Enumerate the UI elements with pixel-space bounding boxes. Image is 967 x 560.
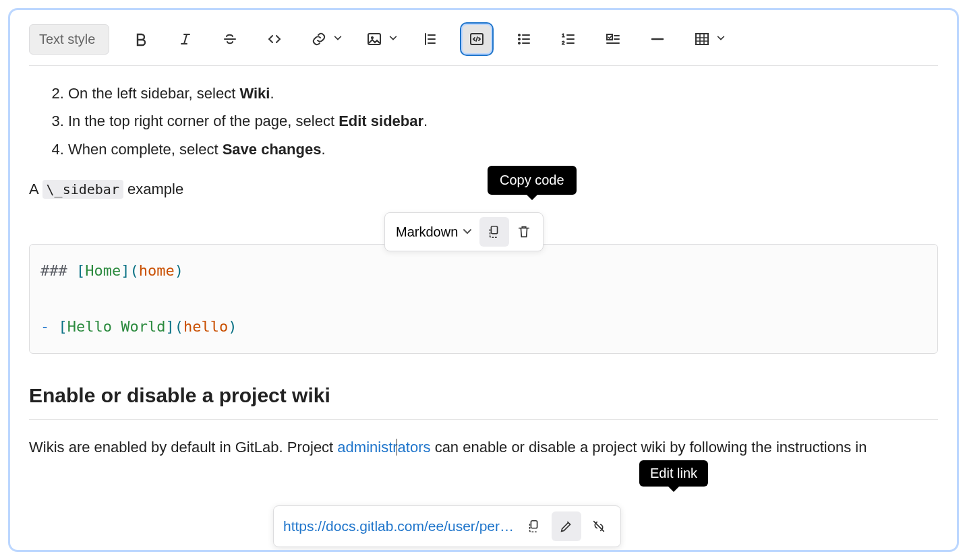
table-icon [689, 26, 715, 52]
chevron-down-icon [388, 33, 398, 45]
language-select[interactable]: Markdown [389, 219, 479, 245]
delete-codeblock-button[interactable] [509, 217, 539, 247]
svg-point-4 [519, 38, 521, 40]
numbered-list-button[interactable]: 12 [556, 26, 581, 52]
horizontal-rule-button[interactable] [645, 26, 670, 52]
copy-code-button[interactable] [479, 217, 509, 247]
svg-text:2: 2 [562, 40, 565, 46]
copy-link-button[interactable] [519, 511, 549, 541]
list-item: On the left sidebar, select Wiki. [68, 80, 938, 107]
codeblock-button[interactable] [461, 24, 492, 55]
bullet-list-button[interactable] [511, 26, 537, 52]
italic-button[interactable] [173, 26, 198, 52]
edit-link-tooltip: Edit link [639, 460, 708, 487]
toolbar: Text style 12 [29, 24, 938, 66]
svg-point-1 [372, 36, 374, 38]
text-style-label: Text style [39, 32, 95, 47]
chevron-down-icon [716, 33, 726, 45]
strikethrough-button[interactable] [217, 26, 243, 52]
administrators-link[interactable]: administrators [337, 439, 430, 456]
svg-rect-9 [696, 34, 708, 44]
svg-text:1: 1 [562, 32, 565, 38]
codeblock-inline-button[interactable] [262, 26, 287, 52]
blockquote-button[interactable] [417, 26, 442, 52]
codeblock[interactable]: ### [Home](home) - [Hello World](hello) [29, 244, 938, 354]
svg-rect-11 [531, 521, 537, 528]
link-toolbar: https://docs.gitlab.com/ee/user/per… [273, 505, 621, 547]
copy-code-tooltip: Copy code [488, 166, 577, 195]
link-url-display[interactable]: https://docs.gitlab.com/ee/user/per… [281, 514, 517, 538]
link-dropdown[interactable] [306, 26, 343, 52]
heading-2: Enable or disable a project wiki [29, 378, 938, 420]
text-style-dropdown[interactable]: Text style [29, 24, 109, 55]
task-list-button[interactable] [600, 26, 626, 52]
list-item: In the top right corner of the page, sel… [68, 107, 938, 135]
link-icon [306, 26, 332, 52]
table-dropdown[interactable] [689, 26, 726, 52]
editor-frame: Text style 12 On the left sidebar, sele [8, 8, 959, 552]
svg-point-5 [519, 42, 521, 44]
editor-content[interactable]: On the left sidebar, select Wiki. In the… [29, 66, 938, 460]
inline-code: \_sidebar [42, 180, 123, 199]
list-item: When complete, select Save changes. [68, 135, 938, 163]
bold-button[interactable] [128, 26, 154, 52]
unlink-button[interactable] [584, 511, 614, 541]
edit-link-button[interactable] [552, 511, 581, 541]
paragraph: Wikis are enabled by default in GitLab. … [29, 435, 938, 460]
image-icon [361, 26, 387, 52]
image-dropdown[interactable] [361, 26, 398, 52]
chevron-down-icon [462, 224, 473, 240]
language-value: Markdown [396, 224, 458, 240]
ordered-list: On the left sidebar, select Wiki. In the… [68, 80, 938, 163]
example-line: A \_sidebar example [29, 177, 938, 201]
codeblock-toolbar: Markdown [384, 212, 544, 251]
svg-rect-10 [492, 226, 498, 234]
chevron-down-icon [333, 33, 343, 45]
svg-point-3 [519, 34, 521, 36]
